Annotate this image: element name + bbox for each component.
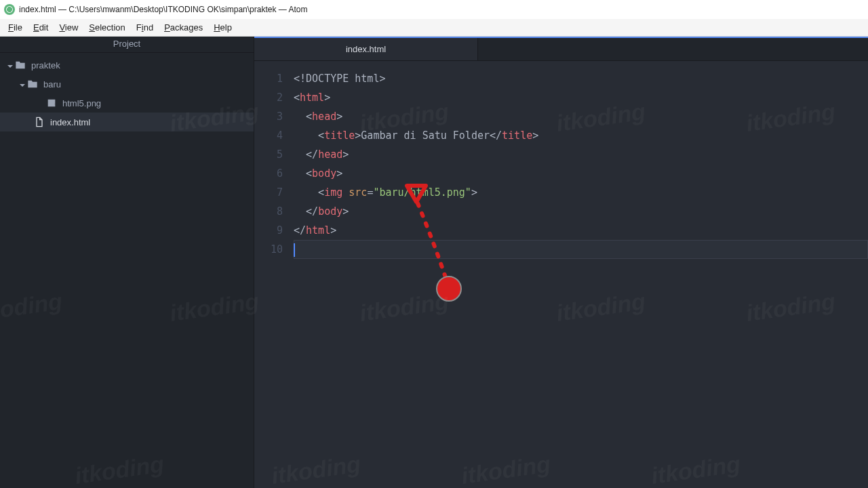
- menu-file[interactable]: File: [3, 20, 28, 35]
- tree-root-praktek[interactable]: praktek: [0, 56, 254, 75]
- code-line: <html>: [294, 88, 868, 107]
- editor-body: Project praktek baru html5.png index.htm…: [0, 37, 868, 488]
- code-line: <head>: [294, 107, 868, 126]
- code-text[interactable]: <!DOCTYPE html> <html> <head> <title>Gam…: [291, 61, 868, 488]
- tab-label: index.html: [346, 44, 386, 54]
- window-title: index.html — C:\Users\mwanm\Desktop\ITKO…: [19, 5, 307, 14]
- tree-file-indexhtml[interactable]: index.html: [0, 113, 254, 131]
- tree-label: index.html: [50, 117, 90, 127]
- folder-icon: [27, 79, 38, 89]
- sidebar-title: Project: [0, 37, 254, 53]
- atom-logo-icon: [4, 4, 15, 15]
- code-line: <img src="baru/html5.png">: [294, 183, 868, 202]
- code-line: <title>Gambar di Satu Folder</title>: [294, 126, 868, 145]
- editor-pane: index.html 1 2 3 4 5 6 7 8 9 10 <!DOCTYP…: [254, 37, 868, 488]
- image-file-icon: [46, 98, 57, 108]
- tree-folder-baru[interactable]: baru: [0, 75, 254, 94]
- code-line: <!DOCTYPE html>: [294, 69, 868, 88]
- code-line: </body>: [294, 202, 868, 221]
- code-line: </html>: [294, 221, 868, 240]
- tab-indexhtml[interactable]: index.html: [254, 38, 478, 60]
- code-line: <body>: [294, 164, 868, 183]
- text-cursor: [294, 243, 295, 257]
- code-area[interactable]: 1 2 3 4 5 6 7 8 9 10 <!DOCTYPE html> <ht…: [254, 61, 868, 488]
- menu-help[interactable]: Help: [208, 20, 237, 35]
- menu-selection[interactable]: Selection: [83, 20, 130, 35]
- tree-label: praktek: [31, 60, 60, 70]
- window-titlebar: index.html — C:\Users\mwanm\Desktop\ITKO…: [0, 0, 868, 19]
- file-tree: praktek baru html5.png index.html: [0, 53, 254, 131]
- tree-label: html5.png: [62, 98, 101, 108]
- folder-icon: [15, 60, 26, 70]
- tab-bar: index.html: [254, 37, 868, 61]
- tree-file-html5png[interactable]: html5.png: [0, 94, 254, 113]
- code-line-active: [294, 240, 868, 259]
- menu-packages[interactable]: Packages: [159, 20, 208, 35]
- chevron-down-icon: [7, 62, 14, 68]
- tree-label: baru: [43, 79, 61, 89]
- code-file-icon: [34, 117, 45, 127]
- code-line: </head>: [294, 145, 868, 164]
- menu-edit[interactable]: Edit: [28, 20, 54, 35]
- menu-bar: File Edit View Selection Find Packages H…: [0, 19, 868, 37]
- line-gutter: 1 2 3 4 5 6 7 8 9 10: [254, 61, 291, 488]
- menu-view[interactable]: View: [54, 20, 83, 35]
- chevron-down-icon: [19, 81, 26, 87]
- menu-find[interactable]: Find: [131, 20, 159, 35]
- project-sidebar: Project praktek baru html5.png index.htm…: [0, 37, 254, 488]
